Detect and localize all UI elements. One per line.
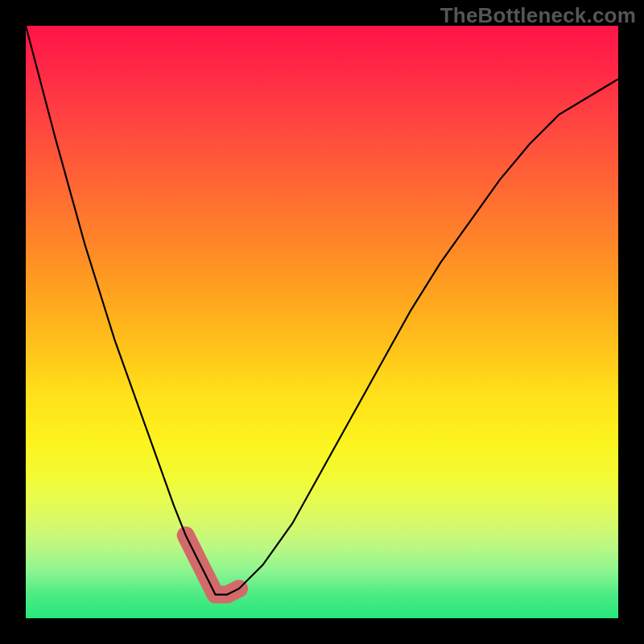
curve-path (26, 26, 618, 595)
chart-frame: TheBottleneck.com (0, 0, 644, 644)
curve-svg (26, 26, 618, 618)
highlight-path (186, 535, 239, 595)
watermark-label: TheBottleneck.com (440, 3, 636, 28)
plot-area (26, 26, 618, 618)
